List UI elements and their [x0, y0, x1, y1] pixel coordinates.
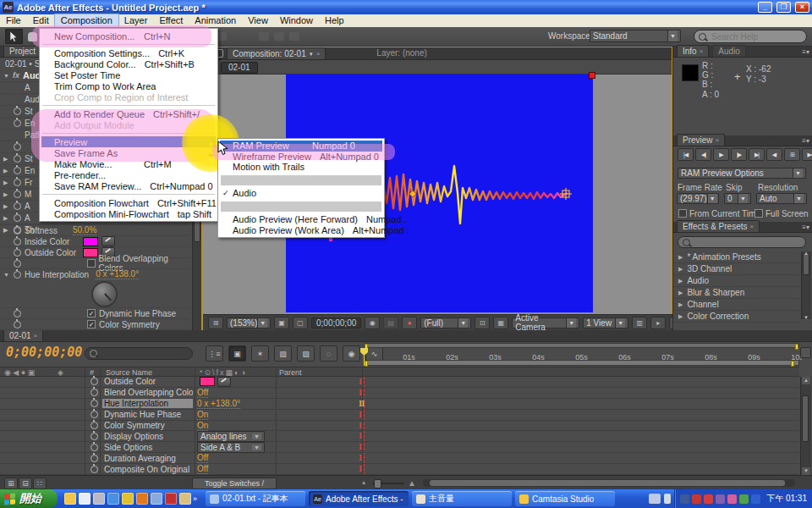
zoom-in-icon[interactable]: ▲ — [408, 478, 416, 488]
menu-bar-item[interactable]: Edit — [27, 14, 55, 27]
help-search-input[interactable] — [710, 31, 802, 42]
quick-launch-icon[interactable] — [179, 493, 191, 505]
last-frame-button[interactable]: ▶| — [749, 148, 765, 161]
property-value[interactable]: Analog lines ▼ — [197, 431, 265, 442]
stopwatch-icon[interactable] — [91, 466, 98, 473]
scroll-down-icon[interactable]: ▼ — [804, 315, 809, 320]
stopwatch-icon[interactable] — [91, 422, 98, 429]
stopwatch-icon[interactable] — [91, 433, 98, 440]
panel-menu-icon[interactable]: ≡▾ — [802, 48, 809, 56]
timeline-property-row[interactable]: Dynamic Hue Phase On ▼ — [0, 410, 799, 421]
expand-modes-icon[interactable]: ⊟ — [19, 478, 32, 489]
menu-item[interactable]: Background Color... Ctrl+Shift+B — [41, 58, 216, 69]
grid-options-icon[interactable]: ⊞ — [208, 317, 223, 329]
tab-effects-presets[interactable]: Effects & Presets× — [677, 220, 760, 232]
tray-icon[interactable] — [704, 494, 713, 504]
stopwatch-icon[interactable] — [91, 389, 98, 396]
brainstorm-icon[interactable]: ◌ — [320, 345, 337, 362]
tab-info[interactable]: Info× — [677, 45, 709, 57]
submenu-item[interactable]: Motion with Trails — [220, 162, 382, 173]
tray-icon[interactable] — [751, 494, 760, 504]
property-value[interactable]: On ▼ — [197, 421, 208, 431]
expand-inout-icon[interactable]: ∷ — [33, 478, 47, 489]
expand-layers-icon[interactable]: ⊞ — [4, 478, 18, 489]
preview-options-dropdown[interactable]: RAM Preview Options▼ — [678, 168, 806, 179]
comp-flowchart-icon[interactable]: ⋮≡ — [206, 345, 223, 362]
tab-timeline-02-01[interactable]: 02-01× — [3, 330, 43, 341]
effects-category[interactable]: ▶ Color Correction — [673, 311, 800, 323]
menu-bar-item[interactable]: Layer — [118, 14, 154, 27]
menu-item[interactable]: Composition Flowchart Ctrl+Shift+F11 — [41, 197, 216, 208]
close-icon[interactable]: × — [700, 47, 704, 55]
property-value[interactable]: 0 x +138.0° ▼ — [197, 399, 240, 409]
full-screen-checkbox[interactable] — [754, 209, 763, 218]
layer-handle[interactable] — [589, 72, 595, 79]
effects-category[interactable]: ▶ Audio — [673, 275, 800, 287]
rotate-tool-icon[interactable] — [259, 32, 269, 41]
restore-button[interactable]: ❐ — [776, 2, 791, 13]
submenu-item[interactable] — [221, 175, 381, 186]
property-value[interactable]: Off ▼ — [197, 464, 208, 474]
effects-scrollbar[interactable]: ▲ ▼ — [801, 251, 811, 319]
tray-icon[interactable] — [680, 494, 689, 504]
scroll-up-icon[interactable]: ▲ — [804, 251, 809, 256]
menu-item[interactable]: Pre-render... — [41, 169, 216, 180]
timeline-search-input[interactable] — [101, 346, 188, 361]
taskbar-button[interactable]: 02-01.txt - 記事本 — [206, 491, 305, 506]
comp-marker-bin-icon[interactable] — [800, 347, 811, 358]
menu-item[interactable]: Composition Mini-Flowchart tap Shift — [41, 208, 216, 219]
submenu-item[interactable]: Audio Preview (Here Forward) Numpad . — [220, 214, 382, 225]
transparency-grid-icon[interactable]: ▦ — [493, 317, 508, 329]
frame-blend-icon[interactable]: ▧ — [274, 345, 292, 362]
effects-category[interactable]: ▶ * Animation Presets — [673, 251, 800, 263]
tab-project[interactable]: Project — [3, 47, 41, 57]
stopwatch-icon[interactable] — [91, 444, 98, 451]
scroll-up-icon[interactable]: ▲ — [802, 377, 810, 384]
panel-menu-icon[interactable]: ≡▾ — [802, 137, 809, 145]
menu-item[interactable]: Make Movie... Ctrl+M — [41, 158, 216, 169]
work-area-start-handle[interactable] — [365, 361, 368, 367]
audio-button[interactable]: ◀· — [766, 148, 782, 161]
quick-launch-icon[interactable] — [93, 493, 105, 505]
frame-rate-dropdown[interactable]: (29.97)▼ — [677, 193, 719, 204]
eyedropper-icon[interactable] — [217, 377, 231, 387]
taskbar-button[interactable]: Camtasia Studio — [515, 491, 615, 506]
fast-previews-icon[interactable]: ▸ — [650, 317, 666, 329]
timeline-property-row[interactable]: Display Options Analog lines ▼ — [0, 431, 799, 442]
region-of-interest-icon[interactable]: ▢ — [293, 317, 308, 329]
softness-value[interactable]: 50.0% — [73, 225, 96, 235]
chevron-more-icon[interactable]: » — [193, 494, 197, 503]
skip-dropdown[interactable]: 0▼ — [724, 193, 751, 204]
start-button[interactable]: 開始 — [0, 489, 58, 508]
timeline-property-row[interactable]: Blend Overlapping Colors Off ▼ — [0, 388, 799, 399]
tray-icon[interactable] — [716, 494, 725, 504]
work-area-bar[interactable] — [364, 360, 799, 366]
eyedropper-icon[interactable] — [102, 236, 115, 246]
submenu-item[interactable]: RAM Preview Numpad 0 — [220, 141, 382, 152]
quick-launch-icon[interactable] — [151, 493, 162, 505]
quick-launch-icon[interactable] — [64, 493, 76, 505]
hue-value[interactable]: 0 x +138.0° — [96, 269, 139, 279]
quick-launch-icon[interactable] — [79, 493, 91, 505]
menu-item[interactable]: Save Frame As — [41, 147, 216, 158]
quick-launch-icon[interactable] — [107, 493, 119, 505]
dynamic-hue-checkbox[interactable]: ✓ — [87, 309, 96, 318]
show-snapshot-icon[interactable]: ▤ — [383, 317, 398, 329]
stopwatch-icon[interactable] — [91, 378, 98, 385]
menu-bar-item[interactable]: View — [242, 14, 274, 27]
stopwatch-icon[interactable] — [91, 411, 98, 418]
tray-icon[interactable] — [727, 494, 737, 504]
property-value[interactable]: Side A & B ▼ — [197, 442, 265, 453]
close-icon[interactable]: × — [34, 332, 38, 340]
hide-shy-icon[interactable]: ✶ — [251, 345, 269, 362]
property-value[interactable]: On ▼ — [197, 410, 208, 420]
resolution-dropdown[interactable]: (Full)▼ — [420, 318, 471, 329]
rotation-dial[interactable] — [91, 281, 118, 307]
effects-search-input[interactable] — [694, 235, 801, 250]
menu-item[interactable]: Set Poster Time — [41, 69, 216, 80]
selection-tool-button[interactable] — [5, 29, 23, 44]
menu-item[interactable]: Crop Comp to Region of Interest — [41, 91, 216, 102]
tab-composition[interactable]: Composition: 02-01 ▼ × — [227, 47, 326, 59]
submenu-item[interactable]: Audio — [220, 188, 382, 199]
blend-row[interactable]: ▶ Blend Overlapping Colors — [0, 257, 189, 268]
